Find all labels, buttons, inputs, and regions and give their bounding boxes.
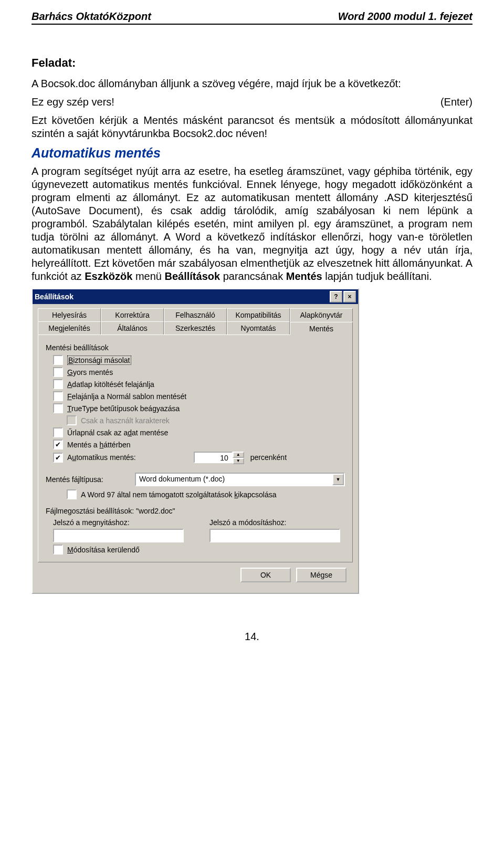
check-save-form-data[interactable]: Űrlapnál csak az adat mentése	[53, 427, 345, 437]
section-body: A program segítséget nyújt arra az esetr…	[32, 165, 472, 283]
page-number: 14.	[32, 631, 472, 643]
checkbox-icon	[53, 367, 63, 377]
tab-print[interactable]: Nyomtatás	[227, 321, 290, 334]
close-button[interactable]: ×	[343, 291, 356, 302]
tab-proofing[interactable]: Korrektúra	[101, 308, 164, 321]
check-embed-truetype[interactable]: TrueType betűtípusok beágyazása	[53, 403, 345, 413]
checkbox-icon	[53, 355, 63, 365]
tab-row-1: Helyesírás Korrektúra Felhasználó Kompat…	[38, 308, 353, 321]
check-prompt-properties[interactable]: Adatlap kitöltését felajánlja	[53, 379, 345, 389]
task-heading: Feladat:	[32, 56, 472, 70]
tab-compat[interactable]: Kompatibilitás	[227, 308, 290, 321]
filetype-value: Word dokumentum (*.doc)	[136, 474, 332, 485]
task-paragraph-3: Ezt követően kérjük a Mentés másként par…	[32, 114, 472, 140]
spinner-down-icon[interactable]: ▼	[233, 458, 244, 464]
check-backup-copy[interactable]: Biztonsági másolat	[53, 355, 345, 365]
checkbox-icon	[67, 489, 77, 499]
check-fast-save[interactable]: Gyors mentés	[53, 367, 345, 377]
settings-dialog: Beállítások ? × Helyesírás Korrektúra Fe…	[32, 288, 359, 594]
task-enter-hint: (Enter)	[440, 96, 472, 109]
page-header: Barhács OktatóKözpont Word 2000 modul 1.…	[32, 11, 472, 25]
section-title: Automatikus mentés	[32, 145, 472, 161]
checkbox-icon	[53, 403, 63, 413]
check-readonly-recommended[interactable]: Módosítása kerülendő	[53, 545, 345, 555]
check-disable-w97-features[interactable]: A Word 97 által nem támogatott szolgálta…	[67, 489, 345, 499]
autosave-interval-input[interactable]: 10	[194, 452, 233, 463]
check-only-used-chars: Csak a használt karakterek	[67, 415, 345, 425]
password-open-input[interactable]	[53, 529, 184, 542]
filetype-row: Mentés fájltípusa: Word dokumentum (*.do…	[46, 473, 345, 486]
header-left: Barhács OktatóKözpont	[32, 11, 151, 23]
check-autosave[interactable]: ✔ Automatikus mentés: 10 ▲ ▼ percenként	[53, 452, 345, 463]
tab-spellcheck[interactable]: Helyesírás	[38, 308, 101, 321]
group-save-settings: Mentési beállítások	[46, 343, 345, 352]
cancel-button[interactable]: Mégse	[296, 568, 346, 582]
password-modify-input[interactable]	[209, 529, 340, 542]
header-right: Word 2000 modul 1. fejezet	[338, 11, 472, 23]
check-background-save[interactable]: ✔ Mentés a háttérben	[53, 440, 345, 449]
tab-user[interactable]: Felhasználó	[164, 308, 227, 321]
tab-display[interactable]: Megjelenítés	[38, 321, 101, 334]
dialog-titlebar: Beállítások ? ×	[33, 289, 358, 304]
tab-save[interactable]: Mentés	[290, 322, 353, 335]
checkbox-icon	[53, 545, 63, 555]
autosave-interval-spinner[interactable]: 10 ▲ ▼	[194, 452, 244, 463]
chevron-down-icon[interactable]: ▼	[332, 474, 344, 485]
task-paragraph-1: A Bocsok.doc állományban álljunk a szöve…	[32, 77, 472, 90]
checkbox-icon	[53, 427, 63, 437]
tab-general[interactable]: Általános	[101, 321, 164, 334]
tab-basedir[interactable]: Alapkönyvtár	[290, 308, 353, 321]
checkbox-icon	[53, 391, 63, 401]
dialog-title: Beállítások	[35, 292, 329, 301]
checkbox-icon	[53, 379, 63, 389]
group-file-sharing: Fájlmegosztási beállítások: "word2.doc"	[46, 507, 345, 515]
checkbox-icon: ✔	[53, 440, 63, 449]
autosave-suffix: percenként	[250, 453, 287, 462]
task-line: Ez egy szép vers!	[32, 96, 114, 109]
task-paragraph-2: Ez egy szép vers! (Enter)	[32, 96, 472, 109]
tab-row-2: Megjelenítés Általános Szerkesztés Nyomt…	[38, 321, 353, 334]
tab-edit[interactable]: Szerkesztés	[164, 321, 227, 334]
checkbox-icon	[67, 415, 77, 425]
help-button[interactable]: ?	[330, 291, 342, 302]
check-prompt-normal[interactable]: Felajánlja a Normál sablon mentését	[53, 391, 345, 401]
spinner-up-icon[interactable]: ▲	[233, 452, 244, 458]
tab-panel-save: Mentési beállítások Biztonsági másolat G…	[38, 334, 353, 562]
ok-button[interactable]: OK	[240, 568, 291, 582]
filetype-dropdown[interactable]: Word dokumentum (*.doc) ▼	[135, 473, 345, 486]
password-open-field: Jelszó a megnyitáshoz:	[53, 518, 188, 542]
password-modify-field: Jelszó a módosításhoz:	[209, 518, 345, 542]
checkbox-icon: ✔	[53, 453, 63, 463]
